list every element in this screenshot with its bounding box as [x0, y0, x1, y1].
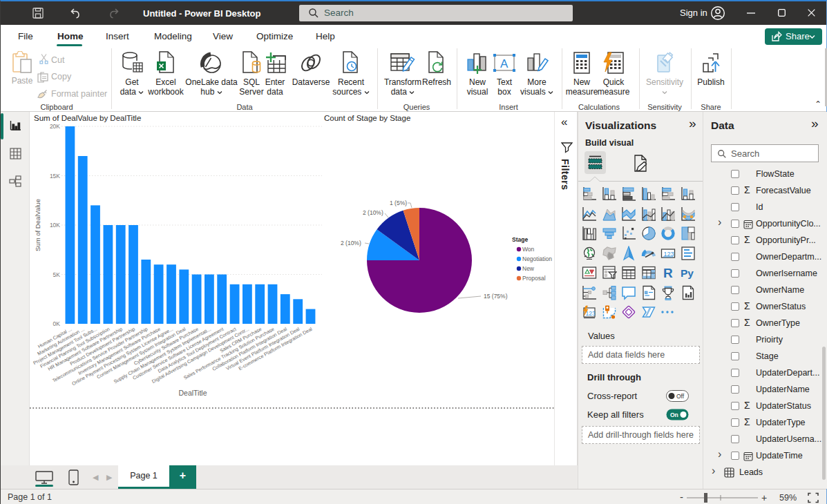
svg-text:On: On: [670, 411, 678, 418]
svg-text:Negotiation: Negotiation: [522, 255, 552, 262]
svg-text:Count of Stage by Stage: Count of Stage by Stage: [324, 114, 410, 122]
svg-text:5K: 5K: [53, 271, 61, 278]
svg-text:Stage: Stage: [512, 236, 528, 243]
svg-text:2 (10%): 2 (10%): [341, 240, 361, 246]
svg-text:DealTitle: DealTitle: [178, 389, 207, 397]
svg-text:0K: 0K: [53, 320, 61, 327]
svg-text:2 (10%): 2 (10%): [363, 209, 383, 216]
svg-text:Py: Py: [681, 267, 694, 279]
svg-text:15K: 15K: [50, 173, 60, 180]
svg-text:Off: Off: [676, 393, 685, 400]
svg-text:10K: 10K: [50, 222, 60, 229]
svg-text:Won: Won: [522, 246, 535, 253]
svg-text:Sum of DealValue by DealTitle: Sum of DealValue by DealTitle: [34, 114, 141, 122]
svg-text:+: +: [761, 492, 767, 503]
svg-text:A: A: [500, 57, 508, 70]
svg-text:123: 123: [664, 250, 674, 257]
svg-text:15 (75%): 15 (75%): [484, 293, 508, 300]
svg-text:New: New: [522, 265, 535, 272]
svg-text:R: R: [663, 266, 673, 280]
svg-text:-: -: [680, 491, 683, 503]
svg-text:20K: 20K: [50, 123, 60, 130]
svg-text:59%: 59%: [779, 493, 797, 503]
svg-text:1 (5%): 1 (5%): [390, 200, 407, 206]
svg-text:Proposal: Proposal: [522, 275, 546, 282]
svg-text:Sum of DealValue: Sum of DealValue: [34, 199, 41, 251]
